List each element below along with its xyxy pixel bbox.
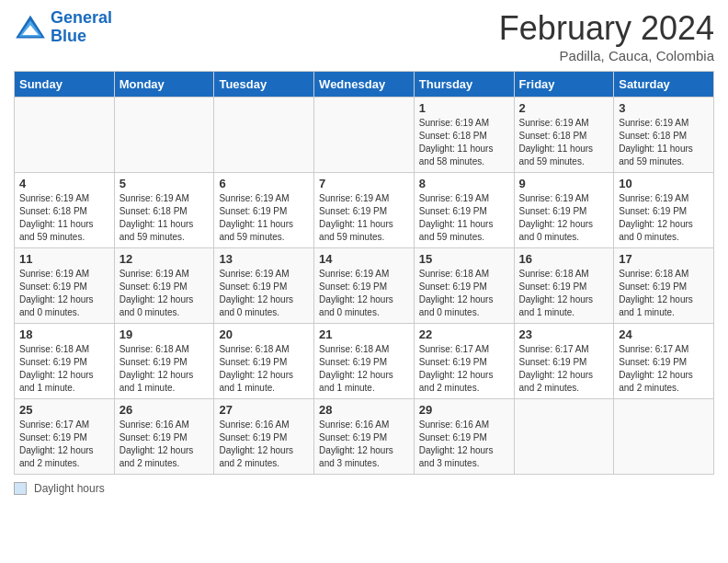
calendar-cell: 27Sunrise: 6:16 AM Sunset: 6:19 PM Dayli… <box>214 399 314 475</box>
day-number: 25 <box>19 403 109 417</box>
day-number: 17 <box>619 252 709 266</box>
day-detail: Sunrise: 6:16 AM Sunset: 6:19 PM Dayligh… <box>219 419 309 470</box>
day-detail: Sunrise: 6:19 AM Sunset: 6:19 PM Dayligh… <box>319 192 409 244</box>
calendar-cell: 1Sunrise: 6:19 AM Sunset: 6:18 PM Daylig… <box>414 98 514 173</box>
day-number: 12 <box>119 252 210 266</box>
calendar-cell <box>114 98 214 173</box>
legend-box <box>14 482 27 495</box>
day-detail: Sunrise: 6:18 AM Sunset: 6:19 PM Dayligh… <box>519 268 609 319</box>
day-number: 11 <box>19 252 109 266</box>
calendar-cell: 26Sunrise: 6:16 AM Sunset: 6:19 PM Dayli… <box>114 399 214 475</box>
calendar-week-2: 4Sunrise: 6:19 AM Sunset: 6:18 PM Daylig… <box>15 173 714 248</box>
calendar-cell: 4Sunrise: 6:19 AM Sunset: 6:18 PM Daylig… <box>15 173 115 248</box>
day-number: 22 <box>419 327 509 341</box>
day-number: 4 <box>19 177 109 190</box>
calendar-cell: 11Sunrise: 6:19 AM Sunset: 6:19 PM Dayli… <box>15 248 115 324</box>
day-detail: Sunrise: 6:18 AM Sunset: 6:19 PM Dayligh… <box>119 343 210 395</box>
day-number: 3 <box>619 101 709 115</box>
day-number: 29 <box>419 403 509 417</box>
day-number: 10 <box>619 177 709 190</box>
day-detail: Sunrise: 6:17 AM Sunset: 6:19 PM Dayligh… <box>19 419 109 470</box>
weekday-header-sunday: Sunday <box>15 72 115 98</box>
day-number: 28 <box>319 403 409 417</box>
day-number: 26 <box>119 403 210 417</box>
day-number: 13 <box>219 252 309 266</box>
weekday-header-thursday: Thursday <box>414 72 514 98</box>
calendar-week-1: 1Sunrise: 6:19 AM Sunset: 6:18 PM Daylig… <box>15 98 714 173</box>
day-number: 19 <box>119 327 210 341</box>
day-detail: Sunrise: 6:19 AM Sunset: 6:18 PM Dayligh… <box>419 117 509 168</box>
day-detail: Sunrise: 6:16 AM Sunset: 6:19 PM Dayligh… <box>319 419 409 470</box>
weekday-header-monday: Monday <box>114 72 214 98</box>
day-detail: Sunrise: 6:19 AM Sunset: 6:18 PM Dayligh… <box>619 117 709 168</box>
calendar-cell: 5Sunrise: 6:19 AM Sunset: 6:18 PM Daylig… <box>114 173 214 248</box>
calendar-cell: 12Sunrise: 6:19 AM Sunset: 6:19 PM Dayli… <box>114 248 214 324</box>
day-detail: Sunrise: 6:19 AM Sunset: 6:18 PM Dayligh… <box>519 117 609 168</box>
day-detail: Sunrise: 6:17 AM Sunset: 6:19 PM Dayligh… <box>419 343 509 395</box>
day-detail: Sunrise: 6:19 AM Sunset: 6:18 PM Dayligh… <box>119 192 210 244</box>
day-detail: Sunrise: 6:18 AM Sunset: 6:19 PM Dayligh… <box>419 268 509 319</box>
weekday-header-wednesday: Wednesday <box>314 72 415 98</box>
calendar-cell: 19Sunrise: 6:18 AM Sunset: 6:19 PM Dayli… <box>114 324 214 399</box>
calendar-cell: 28Sunrise: 6:16 AM Sunset: 6:19 PM Dayli… <box>314 399 415 475</box>
calendar-cell: 20Sunrise: 6:18 AM Sunset: 6:19 PM Dayli… <box>214 324 314 399</box>
day-detail: Sunrise: 6:16 AM Sunset: 6:19 PM Dayligh… <box>419 419 509 470</box>
day-detail: Sunrise: 6:19 AM Sunset: 6:19 PM Dayligh… <box>619 192 709 244</box>
title-area: February 2024 Padilla, Cauca, Colombia <box>499 9 714 63</box>
calendar-cell: 25Sunrise: 6:17 AM Sunset: 6:19 PM Dayli… <box>15 399 115 475</box>
day-number: 8 <box>419 177 509 190</box>
day-detail: Sunrise: 6:19 AM Sunset: 6:19 PM Dayligh… <box>219 192 309 244</box>
weekday-header-friday: Friday <box>514 72 614 98</box>
day-number: 5 <box>119 177 210 190</box>
day-detail: Sunrise: 6:19 AM Sunset: 6:19 PM Dayligh… <box>519 192 609 244</box>
day-number: 1 <box>419 101 509 115</box>
day-detail: Sunrise: 6:19 AM Sunset: 6:19 PM Dayligh… <box>119 268 210 319</box>
day-detail: Sunrise: 6:19 AM Sunset: 6:18 PM Dayligh… <box>19 192 109 244</box>
day-detail: Sunrise: 6:16 AM Sunset: 6:19 PM Dayligh… <box>119 419 210 470</box>
header: General Blue February 2024 Padilla, Cauc… <box>14 9 714 63</box>
calendar-cell: 10Sunrise: 6:19 AM Sunset: 6:19 PM Dayli… <box>614 173 714 248</box>
day-detail: Sunrise: 6:17 AM Sunset: 6:19 PM Dayligh… <box>519 343 609 395</box>
calendar-cell: 21Sunrise: 6:18 AM Sunset: 6:19 PM Dayli… <box>314 324 415 399</box>
location-title: Padilla, Cauca, Colombia <box>499 48 714 63</box>
calendar-cell: 3Sunrise: 6:19 AM Sunset: 6:18 PM Daylig… <box>614 98 714 173</box>
logo: General Blue <box>14 9 112 46</box>
day-detail: Sunrise: 6:19 AM Sunset: 6:19 PM Dayligh… <box>419 192 509 244</box>
day-number: 24 <box>619 327 709 341</box>
calendar-week-5: 25Sunrise: 6:17 AM Sunset: 6:19 PM Dayli… <box>15 399 714 475</box>
legend: Daylight hours <box>14 482 714 495</box>
calendar-cell: 16Sunrise: 6:18 AM Sunset: 6:19 PM Dayli… <box>514 248 614 324</box>
day-number: 18 <box>19 327 109 341</box>
calendar-cell: 18Sunrise: 6:18 AM Sunset: 6:19 PM Dayli… <box>15 324 115 399</box>
weekday-header-saturday: Saturday <box>614 72 714 98</box>
day-detail: Sunrise: 6:18 AM Sunset: 6:19 PM Dayligh… <box>219 343 309 395</box>
calendar-cell: 8Sunrise: 6:19 AM Sunset: 6:19 PM Daylig… <box>414 173 514 248</box>
day-number: 14 <box>319 252 409 266</box>
calendar-cell <box>614 399 714 475</box>
calendar-week-3: 11Sunrise: 6:19 AM Sunset: 6:19 PM Dayli… <box>15 248 714 324</box>
day-detail: Sunrise: 6:19 AM Sunset: 6:19 PM Dayligh… <box>219 268 309 319</box>
calendar-table: SundayMondayTuesdayWednesdayThursdayFrid… <box>14 71 714 475</box>
calendar-cell: 22Sunrise: 6:17 AM Sunset: 6:19 PM Dayli… <box>414 324 514 399</box>
legend-label: Daylight hours <box>34 482 105 495</box>
day-detail: Sunrise: 6:19 AM Sunset: 6:19 PM Dayligh… <box>319 268 409 319</box>
calendar-cell: 9Sunrise: 6:19 AM Sunset: 6:19 PM Daylig… <box>514 173 614 248</box>
calendar-cell: 29Sunrise: 6:16 AM Sunset: 6:19 PM Dayli… <box>414 399 514 475</box>
calendar-cell: 2Sunrise: 6:19 AM Sunset: 6:18 PM Daylig… <box>514 98 614 173</box>
day-number: 9 <box>519 177 609 190</box>
day-detail: Sunrise: 6:18 AM Sunset: 6:19 PM Dayligh… <box>19 343 109 395</box>
calendar-cell <box>314 98 415 173</box>
calendar-cell: 7Sunrise: 6:19 AM Sunset: 6:19 PM Daylig… <box>314 173 415 248</box>
day-number: 16 <box>519 252 609 266</box>
weekday-header-tuesday: Tuesday <box>214 72 314 98</box>
day-detail: Sunrise: 6:17 AM Sunset: 6:19 PM Dayligh… <box>619 343 709 395</box>
calendar-cell: 6Sunrise: 6:19 AM Sunset: 6:19 PM Daylig… <box>214 173 314 248</box>
calendar-cell: 24Sunrise: 6:17 AM Sunset: 6:19 PM Dayli… <box>614 324 714 399</box>
calendar-cell: 23Sunrise: 6:17 AM Sunset: 6:19 PM Dayli… <box>514 324 614 399</box>
day-detail: Sunrise: 6:18 AM Sunset: 6:19 PM Dayligh… <box>319 343 409 395</box>
day-number: 27 <box>219 403 309 417</box>
calendar-week-4: 18Sunrise: 6:18 AM Sunset: 6:19 PM Dayli… <box>15 324 714 399</box>
logo-text: General Blue <box>51 9 112 46</box>
month-title: February 2024 <box>499 9 714 48</box>
day-detail: Sunrise: 6:18 AM Sunset: 6:19 PM Dayligh… <box>619 268 709 319</box>
